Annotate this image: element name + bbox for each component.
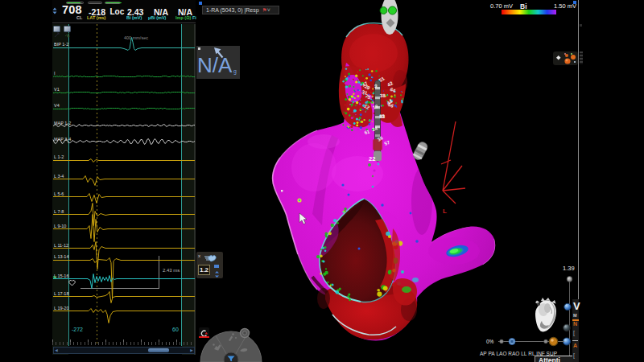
svg-text:38: 38 <box>380 93 386 98</box>
svg-text:83: 83 <box>379 113 386 119</box>
svg-text:22: 22 <box>369 155 375 162</box>
svg-text:L: L <box>443 208 447 215</box>
